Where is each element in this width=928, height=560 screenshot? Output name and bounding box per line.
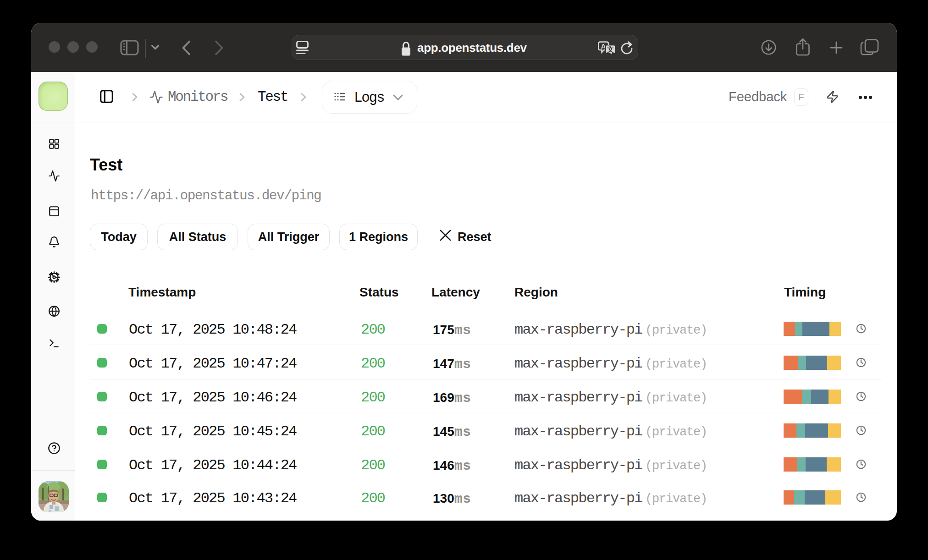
svg-text:文: 文 <box>607 45 614 53</box>
